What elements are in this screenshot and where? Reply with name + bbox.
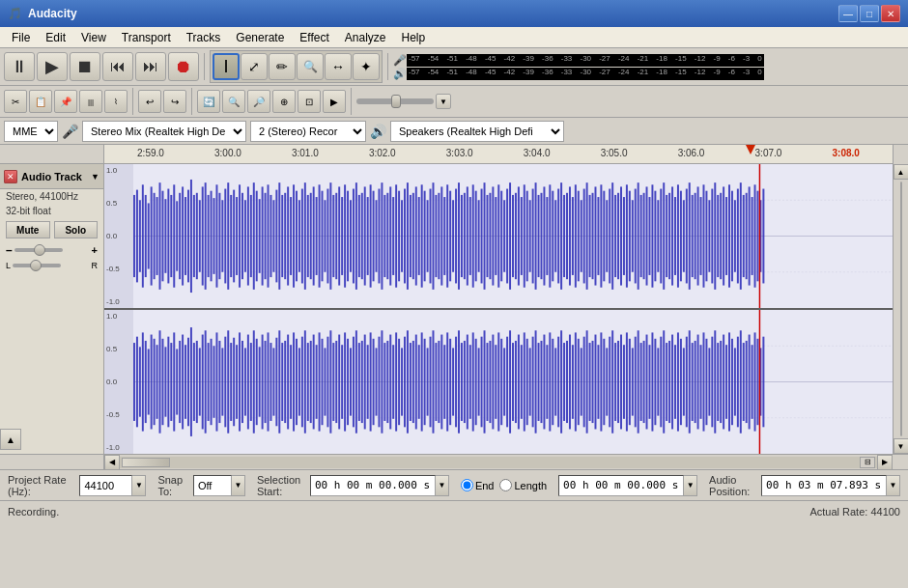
svg-rect-68 — [316, 197, 318, 275]
zoom-tool-button[interactable]: 🔍 — [297, 53, 324, 80]
svg-rect-183 — [643, 193, 645, 279]
menu-generate[interactable]: Generate — [228, 29, 292, 46]
select-tool-button[interactable]: I — [213, 53, 240, 80]
end-radio[interactable] — [461, 479, 473, 491]
scroll-left-button[interactable]: ◀ — [104, 455, 120, 470]
horizontal-scrollbar[interactable]: ◀ ⊟ ▶ — [104, 455, 893, 469]
input-channels-select[interactable]: 2 (Stereo) Recor — [250, 121, 366, 142]
api-select[interactable]: MME — [4, 121, 58, 142]
stop-button[interactable]: ⏹ — [70, 52, 100, 81]
length-radio[interactable] — [499, 479, 512, 491]
project-rate-dropdown-btn[interactable]: ▼ — [132, 475, 146, 496]
vertical-scrollbar[interactable]: ▲ ▼ — [893, 164, 908, 454]
svg-rect-19 — [176, 201, 178, 270]
timeshift-tool-button[interactable]: ↔ — [325, 53, 352, 80]
zoom-in-btn[interactable]: 🔍 — [222, 90, 245, 113]
audio-position-value[interactable]: 00 h 03 m 07.893 s — [761, 475, 887, 496]
track-dropdown-icon[interactable]: ▼ — [91, 172, 99, 182]
snap-to-dropdown-btn[interactable]: ▼ — [232, 475, 245, 496]
menu-analyze[interactable]: Analyze — [337, 29, 394, 46]
scroll-thumb-h[interactable] — [122, 458, 170, 467]
trim-button[interactable]: ||| — [79, 90, 102, 113]
zoom-sel-btn[interactable]: ⊕ — [272, 90, 296, 113]
project-rate-value[interactable]: 44100 — [79, 475, 132, 496]
menu-view[interactable]: View — [73, 29, 114, 46]
svg-rect-65 — [307, 195, 309, 277]
svg-rect-231 — [133, 343, 135, 421]
zoom-fit-btn[interactable]: ⊡ — [298, 90, 321, 113]
end-time-value[interactable]: 00 h 00 m 00.000 s — [558, 475, 684, 496]
sync-button[interactable]: 🔄 — [197, 90, 220, 113]
svg-rect-422 — [677, 332, 679, 431]
skip-forward-button[interactable]: ⏭ — [135, 52, 166, 81]
svg-rect-56 — [281, 195, 283, 277]
zoom-out-btn[interactable]: 🔎 — [247, 90, 270, 113]
selection-start-dropdown-btn[interactable]: ▼ — [436, 475, 449, 496]
track-name[interactable]: Audio Track — [21, 171, 87, 182]
input-meter[interactable]: -57-54-51-48-45-42-39-36-33-30-27-24-21-… — [407, 54, 764, 67]
svg-rect-32 — [213, 198, 215, 274]
end-time-dropdown-btn[interactable]: ▼ — [684, 475, 697, 496]
input-device-select[interactable]: Stereo Mix (Realtek High De — [82, 121, 246, 142]
svg-rect-379 — [554, 348, 556, 415]
snap-to-select[interactable]: Off ▼ — [193, 475, 245, 496]
paste-button[interactable]: 📌 — [54, 90, 77, 113]
audio-position-dropdown-btn[interactable]: ▼ — [887, 475, 900, 496]
gain-slider[interactable] — [14, 248, 90, 252]
redo-button[interactable]: ↪ — [163, 90, 186, 113]
envelope-tool-button[interactable]: ⤢ — [241, 53, 268, 80]
waveform-channel-top[interactable]: 1.0 0.5 0.0 -0.5 -1.0 — [104, 164, 893, 310]
silence-button[interactable]: ⌇ — [104, 90, 128, 113]
end-time-input[interactable]: 00 h 00 m 00.000 s ▼ — [558, 475, 697, 496]
scroll-down-button[interactable]: ▼ — [894, 438, 909, 454]
selection-start-input[interactable]: 00 h 00 m 00.000 s ▼ — [310, 475, 449, 496]
snap-to-value[interactable]: Off — [193, 475, 232, 496]
editor-area: 2:59.0 3:00.0 3:01.0 3:02.0 3:03.0 3:04.… — [0, 145, 908, 469]
menu-help[interactable]: Help — [394, 29, 434, 46]
svg-rect-432 — [705, 339, 707, 425]
svg-rect-210 — [720, 193, 722, 279]
svg-rect-196 — [680, 191, 682, 282]
mute-button[interactable]: Mute — [6, 221, 50, 238]
gain-minus-label: – — [6, 243, 13, 257]
menu-edit[interactable]: Edit — [38, 29, 73, 46]
scroll-thumb-vertical[interactable] — [900, 182, 902, 436]
svg-rect-103 — [415, 186, 417, 285]
menu-file[interactable]: File — [4, 29, 38, 46]
selection-start-value[interactable]: 00 h 00 m 00.000 s — [310, 475, 436, 496]
pan-slider[interactable] — [13, 264, 89, 267]
speed-dropdown-btn[interactable]: ▼ — [436, 94, 451, 109]
menu-tracks[interactable]: Tracks — [179, 29, 229, 46]
play-button[interactable]: ▶ — [37, 52, 68, 81]
speed-slider[interactable]: ▼ — [356, 94, 451, 109]
output-meter[interactable]: -57-54-51-48-45-42-39-36-33-30-27-24-21-… — [407, 68, 764, 80]
solo-button[interactable]: Solo — [54, 221, 99, 238]
cut-button[interactable]: ✂ — [4, 90, 27, 113]
record-button[interactable]: ⏺ — [168, 52, 199, 81]
svg-rect-427 — [692, 343, 694, 421]
svg-rect-242 — [164, 347, 166, 416]
menu-effect[interactable]: Effect — [292, 29, 336, 46]
menu-transport[interactable]: Transport — [114, 29, 179, 46]
maximize-button[interactable]: □ — [860, 5, 879, 22]
scroll-track-h[interactable]: ⊟ — [120, 457, 877, 468]
multi-tool-button[interactable]: ✦ — [353, 53, 380, 80]
close-button[interactable]: ✕ — [881, 5, 900, 22]
scroll-up-button[interactable]: ▲ — [894, 164, 909, 180]
svg-rect-448 — [752, 345, 753, 419]
skip-back-button[interactable]: ⏮ — [102, 52, 133, 81]
play-at-speed-btn[interactable]: ▶ — [323, 90, 346, 113]
scroll-right-button[interactable]: ▶ — [877, 455, 893, 470]
track-close-button[interactable]: ✕ — [4, 170, 17, 183]
waveform-channel-bottom[interactable]: 1.0 0.5 0.0 -0.5 -1.0 — [104, 310, 893, 454]
project-rate-select[interactable]: 44100 ▼ — [79, 475, 146, 496]
copy-button[interactable]: 📋 — [29, 90, 52, 113]
draw-tool-button[interactable]: ✏ — [269, 53, 296, 80]
undo-button[interactable]: ↩ — [138, 90, 161, 113]
pause-button[interactable]: ⏸ — [4, 52, 35, 81]
zoom-h-button[interactable]: ⊟ — [860, 457, 875, 468]
collapse-button[interactable]: ▲ — [0, 429, 21, 450]
audio-position-input[interactable]: 00 h 03 m 07.893 s ▼ — [761, 475, 900, 496]
minimize-button[interactable]: — — [838, 5, 858, 22]
output-device-select[interactable]: Speakers (Realtek High Defi — [390, 121, 564, 142]
